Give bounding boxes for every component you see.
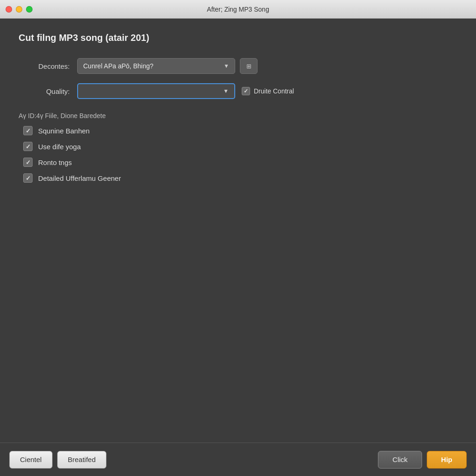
- checkbox-detailed[interactable]: ✓: [23, 173, 33, 183]
- window-controls: [6, 6, 33, 13]
- checkmark-icon: ✓: [26, 127, 31, 134]
- minimize-button[interactable]: [16, 6, 22, 13]
- quality-row: Quality: ▼ ✓ Druite Contral: [19, 83, 457, 99]
- close-button[interactable]: [6, 6, 12, 13]
- icon-action-symbol: ⊞: [246, 63, 251, 70]
- section-label: Aγ ID:4γ Fiile, Dione Baredete: [19, 112, 457, 119]
- dropdown-arrow-icon: ▼: [224, 63, 229, 69]
- decontes-controls: Cunrel APa aPō, Bhing? ▼ ⊞: [77, 58, 258, 74]
- hip-button[interactable]: Hip: [427, 451, 467, 469]
- checkmark-icon: ✓: [26, 159, 31, 166]
- checkbox-use-dife[interactable]: ✓: [23, 142, 33, 151]
- list-item[interactable]: ✓ Ronto tngs: [23, 158, 457, 167]
- click-button[interactable]: Click: [378, 451, 422, 469]
- checkmark-icon: ✓: [26, 175, 31, 182]
- checkbox-squnine[interactable]: ✓: [23, 126, 33, 135]
- page-title: Cut filng MP3 song (atair 201): [19, 33, 457, 43]
- list-item[interactable]: ✓ Squnine Banhen: [23, 126, 457, 135]
- druite-checkbox-container[interactable]: ✓ Druite Contral: [242, 87, 294, 95]
- checkbox-ronto-label: Ronto tngs: [38, 159, 72, 166]
- options-list: ✓ Squnine Banhen ✓ Use dife yoga ✓ Ronto…: [19, 126, 457, 183]
- footer: Cientel Breatifed Click Hip: [0, 443, 476, 476]
- decontes-dropdown[interactable]: Cunrel APa aPō, Bhing? ▼: [77, 58, 235, 74]
- checkbox-detailed-label: Detailed Ufferlamu Geener: [38, 174, 121, 182]
- title-bar: After; Zing MP3 Song: [0, 0, 476, 19]
- druite-checkbox[interactable]: ✓: [242, 87, 250, 95]
- decontes-row: Decontes: Cunrel APa aPō, Bhing? ▼ ⊞: [19, 58, 457, 74]
- quality-dropdown[interactable]: ▼: [77, 83, 235, 99]
- quality-dropdown-arrow-icon: ▼: [223, 88, 229, 94]
- decontes-label: Decontes:: [19, 62, 70, 70]
- window-title: After; Zing MP3 Song: [207, 6, 269, 13]
- main-content: Cut filng MP3 song (atair 201) Decontes:…: [0, 19, 476, 443]
- icon-action-button[interactable]: ⊞: [240, 58, 258, 74]
- druite-checkbox-label: Druite Contral: [254, 87, 294, 95]
- list-item[interactable]: ✓ Use dife yoga: [23, 142, 457, 151]
- maximize-button[interactable]: [26, 6, 33, 13]
- checkbox-ronto[interactable]: ✓: [23, 158, 33, 167]
- list-item[interactable]: ✓ Detailed Ufferlamu Geener: [23, 173, 457, 183]
- second-button[interactable]: Breatifed: [57, 451, 106, 469]
- checkbox-use-dife-label: Use dife yoga: [38, 143, 81, 151]
- druite-checkmark-icon: ✓: [244, 88, 248, 94]
- checkbox-squnine-label: Squnine Banhen: [38, 127, 90, 135]
- checkmark-icon: ✓: [26, 143, 31, 150]
- quality-label: Quality:: [19, 87, 70, 95]
- decontes-dropdown-value: Cunrel APa aPō, Bhing?: [83, 62, 153, 70]
- cancel-button[interactable]: Cientel: [9, 451, 53, 469]
